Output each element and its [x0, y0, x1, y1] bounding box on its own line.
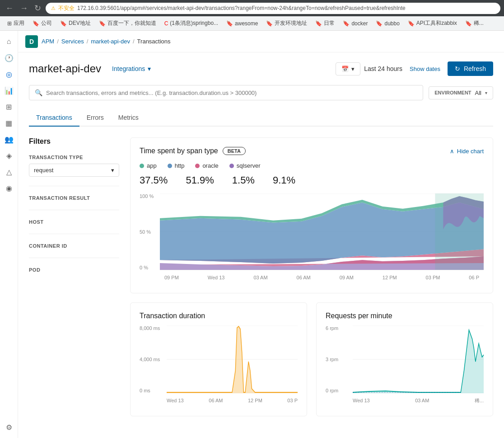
tab-errors[interactable]: Errors	[79, 109, 111, 127]
transaction-duration-chart: 8,000 ms 4,000 ms 0 ms	[140, 325, 298, 407]
x-label-1: Wed 13	[208, 275, 225, 280]
bookmark-api[interactable]: 🔖 API工具和zabbix	[404, 18, 461, 28]
bookmark-dev-env[interactable]: 🔖 开发环境地址	[262, 18, 311, 28]
back-button[interactable]: ←	[4, 2, 15, 15]
bookmark-icon: 🔖	[33, 20, 39, 27]
time-spent-chart-card: Time spent by span type BETA ∧ Hide char…	[130, 137, 493, 293]
host-filter[interactable]: HOST	[29, 216, 119, 228]
transaction-type-select[interactable]: request ▾	[29, 164, 119, 177]
search-input[interactable]	[46, 89, 417, 96]
sidebar-icon-home[interactable]: ⌂	[2, 34, 16, 49]
breadcrumb-current: Transactions	[137, 38, 171, 45]
bookmark-baidu[interactable]: 🔖 百度一下，你就知道	[95, 18, 160, 28]
breadcrumb-services[interactable]: Services	[61, 38, 84, 45]
container-id-filter[interactable]: CONTAINER ID	[29, 240, 119, 252]
host-label: HOST	[29, 219, 44, 225]
sidebar-icon-alert[interactable]: △	[2, 165, 16, 179]
beta-badge: BETA	[223, 147, 246, 155]
url-bar[interactable]: ⚠ 不安全 172.16.0.39:5601/app/apm#/services…	[46, 3, 500, 14]
bookmark-daily[interactable]: 🔖 日常	[312, 18, 338, 28]
bookmark-spring[interactable]: C (1条消息)springbo...	[161, 18, 222, 28]
search-box[interactable]: 🔍	[29, 85, 423, 100]
bottom-charts-row: Transaction duration 8,000 ms 4,000 ms 0…	[130, 302, 493, 416]
legend-dot-http	[168, 164, 172, 168]
show-dates-button[interactable]: Show dates	[406, 63, 444, 75]
chevron-down-icon: ▾	[351, 66, 355, 72]
page-header: market-api-dev Integrations ▾ 📅 ▾ Last 2…	[29, 61, 493, 76]
bookmark-icon: 🔖	[408, 20, 415, 27]
y-label-0rpm: 0 rpm	[326, 388, 353, 393]
pct-sqlserver: 9.1%	[273, 174, 295, 186]
x-label-12pm: 12 PM	[248, 398, 262, 403]
content-body: Filters TRANSACTION TYPE request ▾	[29, 137, 493, 416]
bookmark-label: 公司	[41, 19, 52, 27]
bookmark-dubbo[interactable]: 🔖 dubbo	[372, 19, 403, 28]
search-row: 🔍 environment All ▾	[29, 85, 493, 100]
chart-x-labels: 09 PM Wed 13 03 AM 06 AM 09 AM 12 PM 03 …	[160, 271, 484, 284]
time-range-button[interactable]: 📅 ▾	[336, 62, 360, 75]
breadcrumb: APM / Services / market-api-dev / Transa…	[42, 38, 171, 45]
x-label-06am: 06 AM	[209, 398, 223, 403]
requests-per-minute-y-axis: 6 rpm 3 rpm 0 rpm	[326, 325, 353, 393]
bookmark-dev[interactable]: 🔖 DEV地址	[56, 18, 94, 28]
pct-value-oracle: 1.5%	[232, 174, 255, 186]
bookmark-company[interactable]: 🔖 公司	[29, 18, 56, 28]
time-range-label: Last 24 hours	[364, 65, 402, 72]
tab-metrics[interactable]: Metrics	[111, 109, 146, 127]
x-label-2: 03 AM	[253, 275, 267, 280]
sidebar-icon-clock[interactable]: 🕐	[2, 51, 16, 65]
breadcrumb-apm[interactable]: APM	[42, 38, 54, 45]
chevron-up-icon: ∧	[450, 148, 454, 155]
svg-marker-15	[353, 330, 484, 393]
sidebar-icon-users[interactable]: 👥	[2, 132, 16, 146]
env-label: environment	[434, 90, 471, 95]
sidebar-icon-bar[interactable]: ▦	[2, 116, 16, 130]
hide-chart-button[interactable]: ∧ Hide chart	[450, 148, 484, 155]
stacked-area-chart: 100 % 50 % 0 %	[140, 193, 484, 284]
bookmark-apps[interactable]: ⊞ 应用	[4, 18, 28, 28]
transaction-result-filter[interactable]: TRANSACTION RESULT	[29, 192, 119, 204]
charts-area: Time spent by span type BETA ∧ Hide char…	[130, 137, 493, 416]
breadcrumb-service-name[interactable]: market-api-dev	[91, 38, 130, 45]
y-label-0: 0 %	[140, 265, 160, 270]
transaction-duration-card: Transaction duration 8,000 ms 4,000 ms 0…	[130, 302, 307, 416]
bookmark-awesome[interactable]: 🔖 awesome	[223, 19, 261, 28]
requests-per-minute-card: Requests per minute 6 rpm 3 rpm 0 rpm	[316, 302, 493, 416]
sidebar-icon-map[interactable]: ◉	[2, 181, 16, 195]
refresh-button[interactable]: ↻ Refresh	[448, 61, 493, 76]
bookmark-more[interactable]: 🔖 稀...	[462, 18, 487, 28]
bookmark-docker[interactable]: 🔖 docker	[339, 19, 371, 28]
filter-divider-4	[29, 258, 119, 258]
requests-per-minute-chart: 6 rpm 3 rpm 0 rpm	[326, 325, 484, 407]
filter-divider-3	[29, 234, 119, 234]
chevron-down-icon: ▾	[111, 167, 114, 174]
x-label-03am-rpm: 03 AM	[415, 398, 429, 403]
sidebar-icon-apm[interactable]: ◎	[2, 67, 16, 81]
sidebar-icon-layers[interactable]: ⊞	[2, 99, 16, 114]
icon-sidebar: ⌂ 🕐 ◎ 📊 ⊞ ▦ 👥 ◈ △ ◉ ⚙	[0, 31, 18, 438]
transaction-type-filter: TRANSACTION TYPE request ▾	[29, 155, 119, 177]
bookmark-icon: 🔖	[465, 20, 472, 27]
x-label-5: 12 PM	[383, 275, 397, 280]
transaction-duration-title: Transaction duration	[140, 312, 205, 320]
environment-filter[interactable]: environment All ▾	[429, 86, 493, 99]
y-label-3rpm: 3 rpm	[326, 357, 353, 362]
chart-legend: app http oracle	[140, 162, 484, 169]
sidebar-icon-chart[interactable]: 📊	[2, 83, 16, 98]
integrations-button[interactable]: Integrations ▾	[108, 63, 154, 74]
transaction-duration-y-axis: 8,000 ms 4,000 ms 0 ms	[140, 325, 167, 393]
bookmark-label: DEV地址	[69, 19, 91, 27]
tab-transactions[interactable]: Transactions	[29, 109, 79, 127]
chart-title: Time spent by span type	[140, 147, 218, 155]
sidebar-icon-gear[interactable]: ⚙	[2, 420, 16, 434]
refresh-label: Refresh	[464, 65, 486, 72]
reload-button[interactable]: ↻	[33, 1, 43, 15]
sidebar-icon-tag[interactable]: ◈	[2, 148, 16, 163]
pod-filter[interactable]: POD	[29, 264, 119, 276]
x-label-wed13: Wed 13	[167, 398, 184, 403]
app-content: D APM / Services / market-api-dev / Tran…	[18, 31, 504, 438]
bookmark-label: (1条消息)springbo...	[170, 19, 218, 27]
filters-panel: Filters TRANSACTION TYPE request ▾	[29, 137, 119, 416]
refresh-icon: ↻	[455, 65, 460, 72]
forward-button[interactable]: →	[18, 2, 30, 15]
